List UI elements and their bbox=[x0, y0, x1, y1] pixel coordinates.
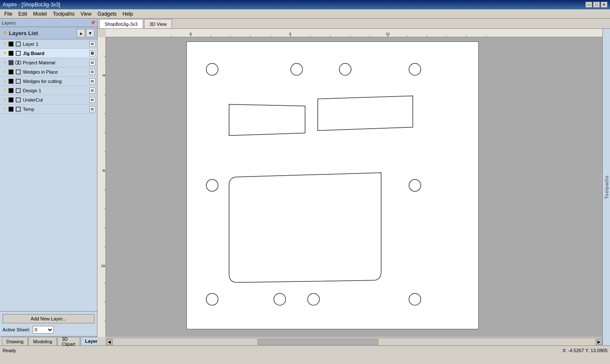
layer-item-layer1[interactable]: ☀ Layer 1 ▤ bbox=[0, 39, 97, 49]
circle-mid-left bbox=[206, 179, 218, 191]
eye-icon-jigboard: ☀ bbox=[3, 51, 7, 55]
status-text: Ready bbox=[3, 348, 16, 353]
ruler-tick-sm10 bbox=[407, 35, 407, 37]
minimize-button[interactable]: — bbox=[585, 2, 592, 8]
svg-rect-0 bbox=[16, 42, 20, 46]
layer-visibility-layer1[interactable]: ☀ bbox=[2, 41, 8, 47]
ruler-tick-sm1 bbox=[171, 35, 172, 37]
menu-file[interactable]: File bbox=[2, 10, 15, 18]
h-scroll-left-button[interactable]: ◄ bbox=[106, 339, 113, 345]
layer-color-design1 bbox=[8, 88, 14, 93]
ruler-left-tick-sm5 bbox=[104, 152, 105, 152]
layer-color-layer1 bbox=[8, 41, 14, 47]
layer-item-design1[interactable]: ☀ Design 1 ▤ bbox=[0, 86, 97, 95]
layer-color-temp bbox=[8, 107, 14, 112]
layer-visibility-projectmaterial[interactable]: ⊙ bbox=[2, 60, 8, 66]
layer-move-up-button[interactable]: ▲ bbox=[77, 29, 85, 37]
menu-toolpaths[interactable]: Toolpaths bbox=[50, 10, 77, 18]
cursor-position: X: -4.5267 Y: 13.0905 bbox=[563, 348, 607, 353]
ruler-left-tick-sm10 bbox=[104, 283, 105, 283]
bottom-tabs: Drawing Modeling 3D Clipart Layers bbox=[0, 336, 97, 345]
active-sheet-select[interactable]: 0 1 bbox=[33, 326, 54, 334]
active-sheet-row: Active Sheet: 0 1 bbox=[3, 326, 94, 334]
menu-gadgets[interactable]: Gadgets bbox=[95, 10, 119, 18]
toolpaths-sidebar[interactable]: Toolpaths bbox=[602, 29, 610, 345]
layers-arrows: ▲ ▼ bbox=[77, 29, 94, 37]
layer-visibility-wedgesinplace[interactable]: ☀ bbox=[2, 69, 8, 75]
layer-visibility-temp[interactable]: ☀ bbox=[2, 106, 8, 112]
layers-list-sun-icon: ☀ bbox=[3, 30, 7, 36]
layer-type-icon-jigboard bbox=[15, 50, 22, 57]
layer-type-icon-temp bbox=[15, 106, 22, 113]
active-sheet-label: Active Sheet: bbox=[3, 327, 30, 332]
layer-page-icon-design1: ▤ bbox=[89, 88, 95, 94]
main-layout: Layers 📌 ☀ Layers List ▲ ▼ ☀ bbox=[0, 19, 610, 345]
title-text: Aspire - [ShopBotJig-3x3] bbox=[3, 2, 60, 8]
layer-visibility-jigboard[interactable]: ☀ bbox=[2, 50, 8, 56]
circle-bottom-left bbox=[206, 293, 218, 305]
layer-type-icon-layer1 bbox=[15, 41, 22, 47]
eye-icon-projectmaterial: ⊙ bbox=[3, 60, 6, 65]
menu-edit[interactable]: Edit bbox=[16, 10, 30, 18]
layers-list-header: ☀ Layers List ▲ ▼ bbox=[0, 27, 97, 39]
menu-model[interactable]: Model bbox=[30, 10, 50, 18]
main-drawing-svg bbox=[187, 42, 478, 329]
menu-help[interactable]: Help bbox=[120, 10, 136, 18]
ruler-left-tick-0 bbox=[102, 75, 105, 76]
layer-item-temp[interactable]: ☀ Temp ▤ bbox=[0, 105, 97, 114]
layer-page-icon-layer1: ▤ bbox=[89, 41, 95, 47]
layer-visibility-undercut[interactable]: ☀ bbox=[2, 97, 8, 103]
layer-color-jigboard bbox=[8, 51, 14, 56]
canvas-container: 0 5 10 bbox=[97, 29, 610, 345]
close-button[interactable]: ✕ bbox=[601, 2, 607, 8]
view-tab-3d[interactable]: 3D View bbox=[144, 19, 172, 28]
view-tab-shopbot[interactable]: ShopBotJig-3x3 bbox=[99, 19, 143, 28]
drawing-area[interactable] bbox=[106, 37, 602, 337]
h-scrollbar-thumb[interactable] bbox=[258, 339, 378, 345]
svg-rect-6 bbox=[16, 88, 20, 93]
ruler-left-tick-sm3 bbox=[104, 113, 105, 114]
add-layer-button[interactable]: Add New Layer... bbox=[3, 314, 94, 323]
ruler-tick-5 bbox=[290, 33, 291, 37]
layer-name-temp: Temp bbox=[23, 107, 89, 112]
layer-item-wedgescutting[interactable]: ☀ Wedges for cutting ▤ bbox=[0, 77, 97, 86]
status-bar: Ready X: -4.5267 Y: 13.0905 bbox=[0, 345, 610, 355]
ruler-left-tick-sm8 bbox=[104, 228, 105, 228]
circle-top-left bbox=[206, 63, 218, 75]
layer-item-jigboard[interactable]: ☀ Jig Board ▤ bbox=[0, 49, 97, 58]
layer-page-icon-temp: ▤ bbox=[89, 106, 95, 112]
layer-visibility-wedgescutting[interactable]: ☀ bbox=[2, 78, 8, 84]
tab-3dclipart[interactable]: 3D Clipart bbox=[57, 337, 80, 345]
layer-color-projectmaterial bbox=[8, 60, 14, 65]
h-scrollbar-track[interactable] bbox=[113, 339, 596, 345]
layer-name-projectmaterial: Project Material bbox=[23, 60, 89, 65]
layer-page-icon-jigboard: ▤ bbox=[89, 50, 95, 56]
ruler-tick-sm3 bbox=[230, 35, 230, 37]
ruler-left-tick-sm9 bbox=[104, 247, 105, 247]
menu-view[interactable]: View bbox=[78, 10, 94, 18]
svg-rect-4 bbox=[16, 70, 20, 74]
svg-rect-8 bbox=[16, 107, 20, 111]
ruler-tick-sm11 bbox=[427, 35, 427, 37]
ruler-tick-sm4 bbox=[250, 35, 250, 37]
layer-page-icon-wedgescutting: ▤ bbox=[89, 78, 95, 84]
tab-bar: ShopBotJig-3x3 3D View bbox=[97, 19, 610, 29]
tab-drawing[interactable]: Drawing bbox=[2, 337, 28, 345]
layer-item-wedgesinplace[interactable]: ☀ Wedges in Place ▤ bbox=[0, 67, 97, 77]
ruler-tick-sm14 bbox=[486, 35, 486, 37]
maximize-button[interactable]: □ bbox=[593, 2, 600, 8]
eye-icon-temp: ☀ bbox=[3, 107, 7, 111]
tab-modeling[interactable]: Modeling bbox=[28, 337, 57, 345]
layer-type-icon-projectmaterial bbox=[15, 59, 22, 66]
circle-top-right bbox=[409, 63, 421, 75]
layer-visibility-design1[interactable]: ☀ bbox=[2, 88, 8, 94]
layer-move-down-button[interactable]: ▼ bbox=[86, 29, 94, 37]
layer-name-jigboard: Jig Board bbox=[23, 51, 89, 56]
h-scroll-right-button[interactable]: ► bbox=[596, 339, 602, 345]
large-shape bbox=[229, 173, 381, 282]
layer-item-projectmaterial[interactable]: ⊙ Project Material ▤ bbox=[0, 58, 97, 67]
layer-item-undercut[interactable]: ☀ UnderCut ▤ bbox=[0, 95, 97, 105]
layer-color-wedgesinplace bbox=[8, 69, 14, 74]
svg-rect-1 bbox=[16, 51, 20, 55]
ruler-left-tick-sm6 bbox=[104, 190, 105, 190]
